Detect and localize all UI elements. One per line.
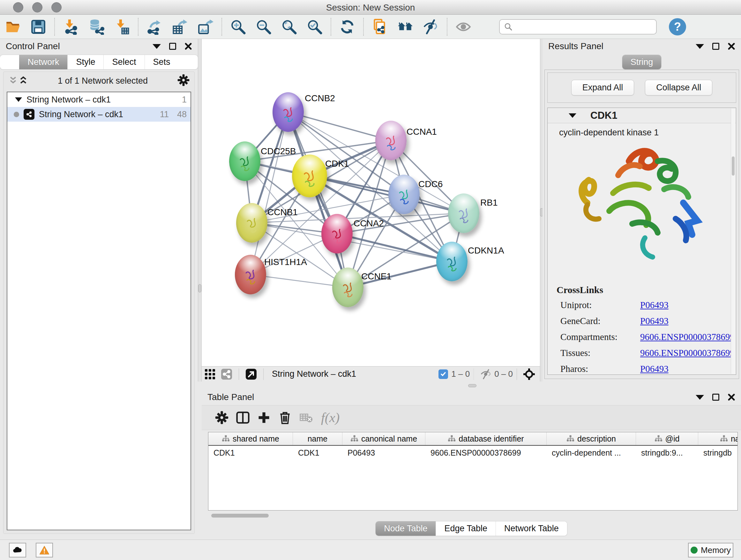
column-header-canonical-name[interactable]: canonical name: [342, 432, 425, 445]
collapse-panel-icon[interactable]: [696, 44, 704, 49]
open-session-icon[interactable]: [3, 17, 22, 36]
collapse-panel-icon[interactable]: [152, 44, 161, 49]
network-node-cdc6[interactable]: [388, 175, 420, 214]
network-node-ccne1[interactable]: [332, 267, 363, 307]
hide-selected-icon[interactable]: [421, 17, 440, 36]
network-node-rb1[interactable]: [448, 193, 479, 233]
network-node-ccnb2[interactable]: [273, 92, 304, 132]
import-network-from-database-icon[interactable]: [87, 17, 106, 36]
network-node-cdc25b[interactable]: [229, 141, 260, 181]
warnings-button[interactable]: [36, 543, 53, 557]
zoom-selected-icon[interactable]: [306, 17, 324, 36]
table-tabs: Node TableEdge TableNetwork Table: [376, 521, 567, 536]
zoom-out-icon[interactable]: [254, 17, 273, 36]
network-row[interactable]: String Network – cdk1 11 48: [7, 107, 191, 122]
add-column-icon[interactable]: [253, 409, 274, 427]
node-details-header[interactable]: CDK1: [548, 108, 736, 123]
network-node-hist1h1a[interactable]: [235, 255, 266, 294]
network-options-gear-icon[interactable]: [177, 74, 190, 88]
search-input[interactable]: [499, 19, 657, 35]
crosslink-link[interactable]: P06493: [640, 300, 669, 310]
selected-checkbox-icon[interactable]: [439, 369, 448, 379]
section-expand-icon[interactable]: [569, 113, 576, 118]
column-header-shared-name[interactable]: shared name: [208, 432, 293, 445]
collapse-panel-icon[interactable]: [696, 395, 704, 400]
column-header-description[interactable]: description: [547, 432, 636, 445]
network-node-cdk1[interactable]: [292, 154, 327, 197]
export-network-icon[interactable]: [145, 17, 164, 36]
detach-view-icon[interactable]: [246, 368, 257, 380]
table-cell[interactable]: CDK1: [208, 446, 293, 460]
table-cell[interactable]: P06493: [342, 446, 425, 460]
left-splitter[interactable]: [198, 39, 202, 381]
float-panel-icon[interactable]: [169, 43, 176, 50]
help-button[interactable]: ?: [669, 18, 686, 36]
memory-button[interactable]: Memory: [688, 543, 733, 557]
float-panel-icon[interactable]: [712, 43, 719, 50]
table-cell[interactable]: 9606.ENSP00000378699: [425, 446, 547, 460]
crosslink-link[interactable]: 9606.ENSP00000378699: [640, 332, 735, 342]
network-node-ccna1[interactable]: [375, 121, 407, 160]
node-label-rb1: RB1: [480, 198, 497, 208]
tab-node-table[interactable]: Node Table: [376, 521, 435, 536]
tab-string[interactable]: String: [622, 55, 662, 69]
cloud-services-button[interactable]: [9, 543, 26, 557]
save-session-icon[interactable]: [29, 17, 48, 36]
table-cell[interactable]: cyclin-dependent ...: [547, 446, 636, 460]
results-scrollbar[interactable]: [731, 109, 735, 374]
tab-sets[interactable]: Sets: [145, 55, 179, 69]
zoom-fit-icon[interactable]: [280, 17, 298, 36]
grid-view-icon[interactable]: [204, 368, 216, 380]
network-node-ccna2[interactable]: [321, 214, 353, 253]
horizontal-splitter[interactable]: [202, 381, 741, 390]
network-view-icon[interactable]: [221, 368, 232, 380]
column-header-namespace[interactable]: namespace: [698, 432, 738, 445]
column-header--id[interactable]: @id: [636, 432, 698, 445]
zoom-in-icon[interactable]: [229, 17, 247, 36]
network-edge[interactable]: [251, 112, 288, 274]
first-neighbors-icon[interactable]: [396, 17, 414, 36]
network-node-ccnb1[interactable]: [236, 203, 267, 243]
birdseye-view-icon[interactable]: [523, 368, 535, 380]
new-network-from-selection-icon[interactable]: [370, 17, 389, 36]
delete-column-icon[interactable]: [274, 409, 295, 427]
tab-network-table[interactable]: Network Table: [495, 521, 567, 536]
node-table[interactable]: shared namenamecanonical namedatabase id…: [208, 432, 738, 510]
export-table-icon[interactable]: [171, 17, 189, 36]
import-network-from-file-icon[interactable]: [62, 17, 80, 36]
float-panel-icon[interactable]: [712, 394, 719, 401]
close-panel-icon[interactable]: [185, 43, 192, 50]
show-columns-icon[interactable]: [232, 409, 253, 427]
import-table-from-file-icon[interactable]: [113, 17, 131, 36]
expand-all-networks-icon[interactable]: [8, 75, 18, 86]
crosslink-row: Tissues:9606.ENSP00000378699: [560, 348, 736, 358]
column-header-database-identifier[interactable]: database identifier: [425, 432, 547, 445]
network-collection-row[interactable]: String Network – cdk1 1: [7, 92, 191, 107]
table-horizontal-scrollbar[interactable]: [208, 513, 738, 518]
close-panel-icon[interactable]: [728, 393, 735, 401]
collection-expand-icon[interactable]: [15, 98, 22, 102]
expand-all-button[interactable]: Expand All: [571, 80, 634, 96]
tab-edge-table[interactable]: Edge Table: [435, 521, 495, 536]
close-panel-icon[interactable]: [728, 43, 735, 50]
table-row[interactable]: CDK1CDK1P064939606.ENSP00000378699cyclin…: [208, 446, 738, 460]
export-image-icon[interactable]: [196, 17, 215, 36]
collapse-all-button[interactable]: Collapse All: [645, 80, 712, 96]
tab-select[interactable]: Select: [104, 55, 144, 69]
table-cell[interactable]: CDK1: [293, 446, 342, 460]
crosslink-link[interactable]: 9606.ENSP00000378699: [640, 348, 735, 358]
crosslink-link[interactable]: P06493: [640, 364, 669, 374]
show-all-icon[interactable]: [454, 17, 473, 36]
tab-network[interactable]: Network: [19, 55, 67, 69]
column-header-name[interactable]: name: [293, 432, 342, 445]
table-cell[interactable]: stringdb:9...: [636, 446, 698, 460]
table-options-gear-icon[interactable]: [211, 409, 232, 427]
table-cell[interactable]: stringdb: [698, 446, 738, 460]
refresh-layout-icon[interactable]: [338, 17, 356, 36]
crosslink-link[interactable]: P06493: [640, 316, 669, 326]
tab-style[interactable]: Style: [67, 55, 104, 69]
network-node-cdkn1a[interactable]: [436, 242, 468, 281]
current-network-name: String Network – cdk1: [272, 369, 439, 379]
collapse-all-networks-icon[interactable]: [18, 75, 28, 86]
network-view[interactable]: CCNB2CCNA1CDC25BCDK1CDC6RB1CCNB1CCNA2CDK…: [202, 39, 540, 366]
